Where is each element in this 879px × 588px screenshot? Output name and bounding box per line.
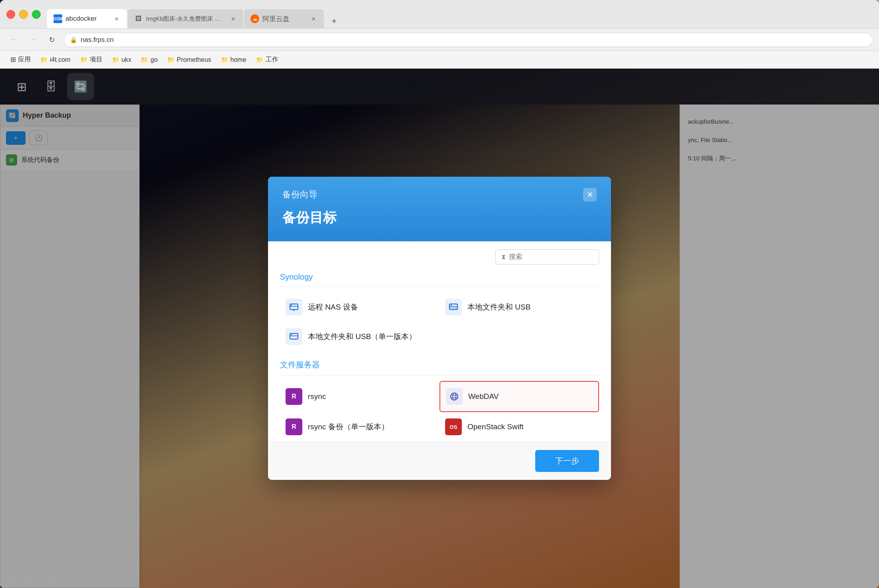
svg-point-11 (291, 334, 292, 335)
option-local-usb[interactable]: 本地文件夹和 USB (440, 292, 599, 322)
option-remote-nas[interactable]: 远程 NAS 设备 (280, 292, 440, 322)
synology-options-grid: 远程 NAS 设备 (280, 292, 599, 351)
bookmark-home[interactable]: 📁 home (217, 55, 250, 65)
modal-search-row: ⧗ (268, 241, 611, 268)
next-button[interactable]: 下一步 (535, 450, 599, 472)
tab-imgkb-label: ImgKb图床-永久免费图床 专业... (146, 15, 226, 23)
tab-aliyun-favicon: ☁ (250, 14, 259, 23)
tab-aliyun-close[interactable]: ✕ (309, 15, 317, 23)
fileserver-options-grid: R rsync (280, 381, 599, 442)
option-rsync[interactable]: R rsync (280, 381, 440, 412)
tab-imgkb-close[interactable]: ✕ (229, 15, 237, 23)
fileserver-divider (280, 375, 599, 375)
svg-point-8 (451, 305, 452, 306)
svg-point-12 (451, 393, 458, 400)
bookmark-go-label: go (150, 56, 158, 63)
reload-button[interactable]: ↻ (45, 33, 59, 47)
tab-aliyun-label: 阿里云盘 (262, 14, 290, 24)
bookmark-work[interactable]: 📁 工作 (252, 54, 282, 65)
bookmark-prometheus-label: Prometheus (177, 56, 211, 63)
minimize-traffic-light[interactable] (19, 10, 28, 19)
tab-dsm-favicon: DSM (53, 14, 62, 23)
openstack-icon: OS (445, 418, 462, 435)
tab-dsm-label: abcdocker (65, 15, 97, 23)
lock-icon: 🔒 (70, 36, 77, 43)
page-content: ⊞ 🗄 🔄 🔄 Hyper Backup + (0, 69, 879, 588)
modal-title-bar: 备份向导 ✕ (282, 188, 597, 201)
bookmark-work-label: 工作 (266, 55, 278, 64)
search-box: ⧗ (495, 249, 599, 264)
folder-icon-home: 📁 (221, 56, 229, 63)
browser-tabs: DSM abcdocker ✕ 🖼 ImgKb图床-永久免费图床 专业... ✕… (47, 0, 873, 28)
browser-window: DSM abcdocker ✕ 🖼 ImgKb图床-永久免费图床 专业... ✕… (0, 0, 879, 588)
synology-divider (280, 286, 599, 287)
browser-titlebar: DSM abcdocker ✕ 🖼 ImgKb图床-永久免费图床 专业... ✕… (0, 0, 879, 29)
option-rsync-single[interactable]: R rsync 备份（单一版本） (280, 412, 440, 442)
maximize-traffic-light[interactable] (32, 10, 41, 19)
folder-icon-work: 📁 (256, 56, 264, 63)
bookmark-ukx-label: ukx (122, 56, 132, 63)
bookmark-apps-label: 应用 (18, 55, 31, 64)
modal-header: 备份向导 ✕ 备份目标 (268, 177, 611, 241)
category-synology: Synology (268, 268, 611, 355)
webdav-icon (446, 388, 463, 405)
traffic-lights (6, 10, 41, 19)
local-usb-label: 本地文件夹和 USB (467, 302, 530, 312)
folder-icon-ukx: 📁 (112, 56, 120, 63)
local-usb-single-icon (286, 328, 302, 345)
bookmark-go[interactable]: 📁 go (137, 55, 162, 65)
remote-nas-icon (286, 299, 302, 316)
back-button[interactable]: ← (6, 33, 21, 47)
backup-wizard-modal: 备份向导 ✕ 备份目标 ⧗ Sy (268, 177, 611, 480)
address-text: nas.frps.cn (81, 36, 114, 44)
svg-point-13 (453, 393, 456, 400)
rsync-icon: R (286, 388, 302, 405)
bookmark-apps[interactable]: ⊞ 应用 (6, 54, 35, 65)
rsync-single-icon: R (286, 418, 302, 435)
modal-close-button[interactable]: ✕ (583, 188, 597, 201)
tab-dsm[interactable]: DSM abcdocker ✕ (47, 9, 127, 28)
bookmark-project[interactable]: 📁 项目 (76, 54, 106, 65)
local-usb-icon (445, 299, 462, 316)
bookmark-ukx[interactable]: 📁 ukx (108, 55, 136, 65)
cat-fileserver-title: 文件服务器 (280, 359, 599, 370)
new-tab-button[interactable]: + (327, 14, 341, 28)
modal-section-title: 备份目标 (282, 209, 597, 227)
folder-icon-i4t: 📁 (40, 56, 48, 63)
address-bar[interactable]: 🔒 nas.frps.cn (64, 33, 873, 47)
tab-imgkb-favicon: 🖼 (134, 14, 143, 23)
local-usb-single-label: 本地文件夹和 USB（单一版本） (308, 331, 416, 342)
tab-imgkb[interactable]: 🖼 ImgKb图床-永久免费图床 专业... ✕ (128, 9, 243, 28)
search-input[interactable] (509, 253, 593, 261)
modal-footer: 下一步 (268, 442, 611, 480)
category-fileserver: 文件服务器 R rsync (268, 355, 611, 442)
folder-icon-project: 📁 (80, 56, 88, 63)
remote-nas-label: 远程 NAS 设备 (308, 302, 358, 312)
cat-synology-title: Synology (280, 272, 599, 282)
filter-icon: ⧗ (501, 253, 506, 260)
wizard-label: 备份向导 (282, 189, 317, 201)
close-traffic-light[interactable] (6, 10, 15, 19)
bookmark-project-label: 项目 (90, 55, 102, 64)
rsync-label: rsync (308, 392, 326, 401)
modal-body: ⧗ Synology (268, 241, 611, 442)
forward-button[interactable]: → (26, 33, 40, 47)
browser-toolbar: ← → ↻ 🔒 nas.frps.cn (0, 29, 879, 51)
apps-icon: ⊞ (10, 55, 16, 64)
option-openstack[interactable]: OS OpenStack Swift (440, 412, 599, 442)
webdav-label: WebDAV (468, 392, 499, 401)
bookmark-home-label: home (231, 56, 246, 63)
openstack-label: OpenStack Swift (467, 422, 523, 431)
bookmark-prometheus[interactable]: 📁 Prometheus (163, 55, 215, 65)
rsync-single-label: rsync 备份（单一版本） (308, 422, 389, 432)
option-webdav[interactable]: WebDAV (440, 381, 599, 412)
bookmarks-bar: ⊞ 应用 📁 i4t.com 📁 项目 📁 ukx 📁 go 📁 Prometh… (0, 51, 879, 69)
tab-aliyun[interactable]: ☁ 阿里云盘 ✕ (244, 9, 324, 28)
svg-point-2 (291, 305, 292, 306)
modal-overlay: 备份向导 ✕ 备份目标 ⧗ Sy (0, 69, 879, 588)
bookmark-i4t[interactable]: 📁 i4t.com (36, 55, 75, 65)
tab-dsm-close[interactable]: ✕ (112, 15, 120, 23)
option-local-usb-single[interactable]: 本地文件夹和 USB（单一版本） (280, 322, 440, 351)
folder-icon-go: 📁 (141, 56, 148, 63)
folder-icon-prometheus: 📁 (167, 56, 175, 63)
